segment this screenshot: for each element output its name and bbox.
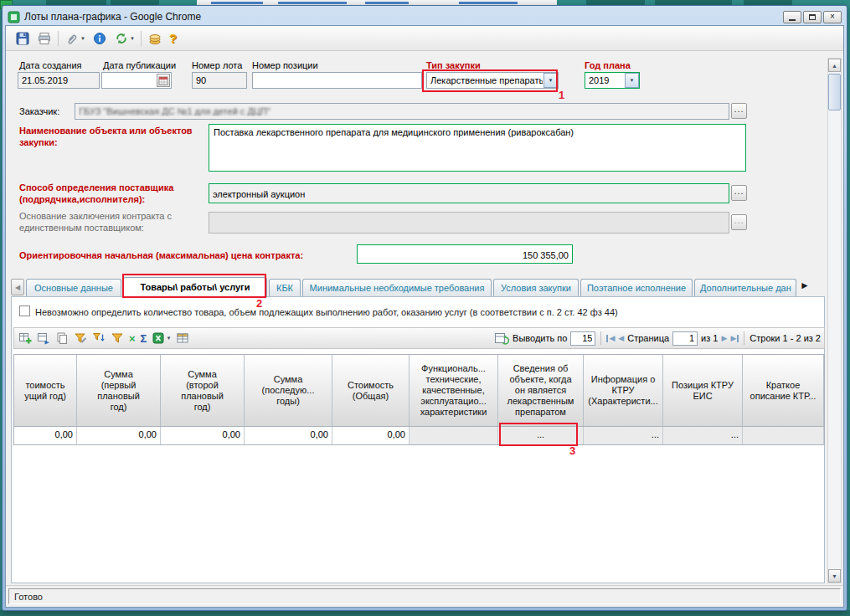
grid-cell[interactable]: 0,00: [245, 427, 332, 444]
column-header[interactable]: Функциональ... технические, качественные…: [410, 355, 498, 426]
help-button[interactable]: ?: [168, 30, 178, 46]
grid-settings-button[interactable]: [175, 331, 190, 346]
method-field[interactable]: [209, 183, 729, 203]
method-label: Способ определения поставщика (подрядчик…: [19, 182, 205, 205]
app-window: Лоты плана-графика - Google Chrome ×: [2, 5, 847, 611]
table-row[interactable]: 0,00 0,00 0,00 0,00 0,00 ... ... ...: [13, 427, 825, 445]
object-name-field[interactable]: Поставка лекарственного препарата для ме…: [209, 124, 746, 172]
arrow-left-icon: ◀: [618, 334, 624, 342]
customer-field[interactable]: [75, 103, 729, 120]
status-bar: Готово: [6, 585, 844, 608]
tab-scroll-right-button[interactable]: ►: [800, 280, 810, 291]
excel-dropdown-icon: ▼: [166, 336, 171, 341]
filter-icon: [111, 331, 124, 345]
lot-number-field[interactable]: [192, 72, 247, 89]
quantity-undetermined-label: Невозможно определить количество товара,…: [35, 307, 618, 317]
close-icon: ×: [830, 13, 835, 21]
refresh-button[interactable]: ▼: [113, 30, 136, 47]
column-header[interactable]: Стоимость (Общая): [332, 355, 410, 426]
sort-filter-button[interactable]: [91, 331, 106, 346]
save-icon: [15, 31, 30, 46]
arrow-right-icon: ▶: [730, 334, 736, 342]
purchase-type-dropdown-button[interactable]: ▼: [543, 73, 558, 88]
prev-page-button[interactable]: ◀: [618, 334, 624, 342]
first-page-button[interactable]: ◀: [606, 334, 615, 342]
tab-staged-execution[interactable]: Поэтапное исполнение: [580, 279, 693, 296]
filter-edit-button[interactable]: [73, 331, 88, 346]
column-header[interactable]: Сумма (первый плановый год): [77, 355, 161, 426]
column-header[interactable]: Сумма (второй плановый год): [161, 355, 245, 426]
last-page-button[interactable]: ▶: [730, 334, 739, 342]
clear-filter-button[interactable]: ×: [128, 331, 137, 346]
copy-icon: [55, 331, 69, 345]
tab-scroll-left-button[interactable]: ◀: [11, 279, 24, 295]
add-row-icon: [18, 331, 32, 345]
tab-min-requirements[interactable]: Минимальные необходимые требования: [302, 279, 492, 296]
main-toolbar: ▼ ▼ ?: [6, 26, 843, 51]
first-page-icon: [606, 335, 608, 342]
single-supplier-field: [209, 212, 729, 234]
purchase-type-combo[interactable]: [426, 72, 559, 89]
plan-year-dropdown-button[interactable]: ▼: [625, 73, 639, 88]
chevron-down-icon: ▼: [549, 78, 554, 83]
attach-dropdown-icon: ▼: [80, 36, 85, 41]
column-header[interactable]: Сумма (последую... годы): [245, 355, 332, 426]
tab-kbk[interactable]: КБК: [269, 279, 301, 296]
calendar-button[interactable]: [157, 74, 170, 87]
copy-row-button[interactable]: [54, 331, 70, 346]
attach-button[interactable]: ▼: [64, 30, 86, 47]
scrollbar-thumb[interactable]: [828, 74, 841, 110]
annotation-number-2: 2: [256, 297, 262, 310]
scroll-down-button[interactable]: ▼: [828, 569, 841, 583]
last-page-icon: [737, 335, 739, 342]
column-header[interactable]: Позиция КТРУ ЕИС: [663, 355, 743, 426]
refresh-grid-icon[interactable]: [494, 331, 509, 345]
next-page-button[interactable]: ▶: [721, 334, 727, 342]
maximize-button[interactable]: [803, 11, 822, 23]
column-header[interactable]: тоимость ущий год): [14, 355, 77, 426]
scroll-up-button[interactable]: ▲: [828, 59, 841, 72]
info-button[interactable]: [91, 30, 108, 47]
grid-cell[interactable]: [410, 427, 498, 444]
filter-button[interactable]: [110, 331, 125, 346]
grid-cell[interactable]: 0,00: [161, 427, 245, 444]
minimize-button[interactable]: [783, 11, 801, 23]
method-lookup-button[interactable]: ...: [731, 185, 747, 201]
grid-cell[interactable]: 0,00: [14, 427, 77, 444]
add-row-button[interactable]: [18, 331, 33, 346]
page-input[interactable]: [672, 331, 698, 346]
insert-row-button[interactable]: [36, 331, 51, 346]
grid-cell[interactable]: [743, 427, 824, 444]
grid-cell[interactable]: 0,00: [332, 427, 410, 444]
insert-row-icon: [37, 331, 50, 345]
column-header[interactable]: Краткое описание КТР...: [743, 355, 824, 426]
excel-icon: [152, 331, 165, 345]
column-header[interactable]: Сведения об объекте, когда он является л…: [498, 355, 584, 426]
quantity-undetermined-checkbox[interactable]: [19, 305, 30, 316]
grid-cell-lookup[interactable]: ...: [498, 427, 584, 444]
tab-purchase-conditions[interactable]: Условия закупки: [493, 279, 579, 296]
price-button[interactable]: [147, 30, 163, 47]
vertical-scrollbar[interactable]: ▲ ▼: [827, 58, 842, 583]
customer-lookup-button[interactable]: ...: [731, 103, 747, 119]
print-button[interactable]: [36, 30, 53, 47]
window-title: Лоты плана-графика - Google Chrome: [24, 11, 201, 23]
maximize-icon: [809, 14, 816, 20]
position-number-field[interactable]: [252, 72, 422, 89]
export-excel-button[interactable]: ▼: [151, 331, 172, 346]
price-field[interactable]: [357, 244, 573, 264]
titlebar[interactable]: Лоты плана-графика - Google Chrome ×: [5, 8, 844, 25]
grid-cell-lookup[interactable]: ...: [663, 427, 743, 444]
grid-cell-lookup[interactable]: ...: [584, 427, 663, 444]
page-size-input[interactable]: [570, 331, 595, 346]
sum-button[interactable]: Σ: [140, 331, 148, 346]
save-button[interactable]: [14, 30, 31, 47]
grid-cell[interactable]: 0,00: [77, 427, 161, 444]
chevron-down-icon: ▼: [630, 78, 635, 83]
column-header[interactable]: Информация о КТРУ (Характеристи...: [584, 355, 663, 426]
tab-goods-works-services[interactable]: Товары\ работы\ услуги: [123, 277, 267, 297]
tab-main-data[interactable]: Основные данные: [26, 279, 121, 296]
close-button[interactable]: ×: [823, 11, 842, 23]
creation-date-field[interactable]: [18, 72, 100, 89]
tab-additional-data[interactable]: Дополнительные дан: [694, 279, 796, 296]
